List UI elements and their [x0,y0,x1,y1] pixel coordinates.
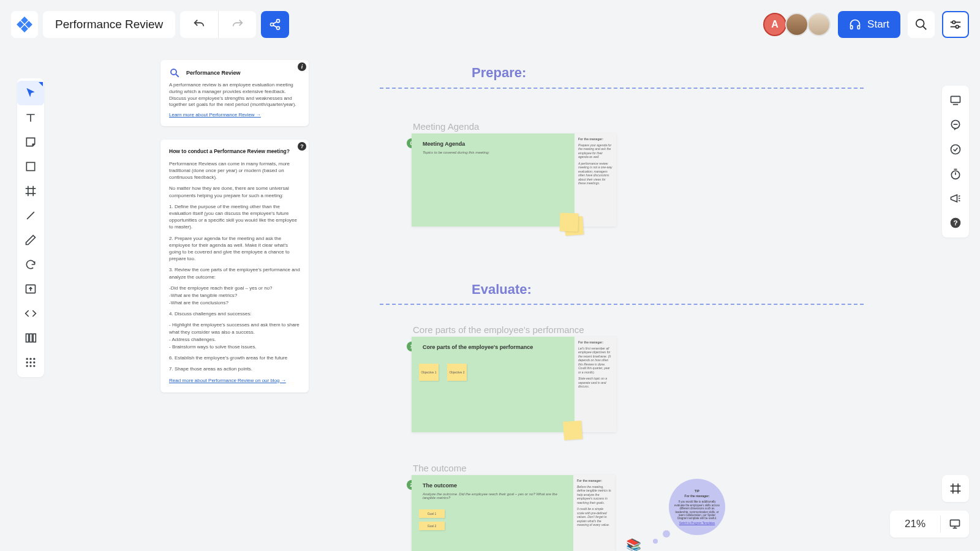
svg-rect-11 [851,26,853,29]
help-icon: ? [949,217,962,229]
sticky-note[interactable]: Goal 1 [419,509,445,518]
template-block-agenda[interactable]: 0 Meeting Agenda Topics to be covered du… [412,133,616,227]
tool-select[interactable] [17,81,44,105]
right-panel: ? [942,86,969,238]
tool-upload[interactable] [17,277,44,301]
presentation-button[interactable] [941,518,969,530]
card-body: A performance review is an employee eval… [169,82,300,108]
avatar[interactable] [785,13,809,36]
tasks-button[interactable] [942,137,969,162]
divider [380,304,864,305]
canvas[interactable]: i Performance Review A performance revie… [0,0,980,551]
blog-link[interactable]: Read more about Performance Review on ou… [169,378,286,383]
learn-more-link[interactable]: Learn more about Performance Review → [169,112,261,119]
info-icon: i [298,62,306,71]
svg-point-7 [271,23,274,26]
svg-line-10 [273,25,277,27]
block-label: The outcome [413,463,467,473]
cursor-icon [24,87,37,99]
info-card-overview[interactable]: i Performance Review A performance revie… [160,60,309,126]
zoom-level[interactable]: 21% [890,518,940,530]
megaphone-icon [949,192,962,204]
topbar: Performance Review A Start [0,11,980,38]
app-logo[interactable] [11,11,38,38]
announce-button[interactable] [942,186,969,211]
tool-code[interactable] [17,301,44,326]
comments-button[interactable] [942,113,969,137]
zoom-controls: 21% [890,511,969,538]
undo-redo-group [180,11,256,38]
svg-point-35 [26,365,28,367]
section-evaluate-title: Evaluate: [472,282,532,298]
comment-icon [949,119,962,131]
sliders-icon [949,18,962,31]
tool-pen[interactable] [17,228,44,252]
tool-cards[interactable] [17,326,44,350]
svg-point-0 [171,69,176,75]
sticky-note[interactable]: Objective 2 [447,364,467,381]
square-icon [24,160,37,173]
svg-point-31 [33,358,35,360]
sticky-icon [24,136,37,148]
avatar[interactable] [807,13,831,36]
tool-line[interactable] [17,203,44,228]
avatar[interactable]: A [763,13,786,36]
collaborators: A [764,13,831,36]
card-title: How to conduct a Performance Review meet… [169,148,300,156]
svg-line-14 [923,26,927,30]
search-button[interactable] [908,11,935,38]
svg-point-32 [26,361,28,363]
tool-text[interactable] [17,105,44,130]
start-button[interactable]: Start [838,11,900,38]
svg-rect-27 [29,334,32,342]
template-block-core[interactable]: 1 Core parts of the employee's performan… [412,337,616,432]
svg-point-8 [277,26,280,29]
grid-icon [24,356,37,369]
svg-rect-26 [26,334,29,342]
code-icon [24,307,37,320]
tool-sticky[interactable] [17,130,44,154]
svg-point-18 [956,25,959,28]
search-icon [169,67,180,78]
undo-icon [192,18,206,31]
block-label: Core parts of the employee's performance [413,324,584,335]
undo-button[interactable] [180,11,218,38]
tool-apps[interactable] [17,350,44,375]
tool-frame[interactable] [17,179,44,203]
board-title[interactable]: Performance Review [43,11,175,38]
info-card-howto[interactable]: ? How to conduct a Performance Review me… [160,140,309,392]
share-button[interactable] [261,11,289,38]
svg-rect-19 [26,162,34,170]
line-icon [24,209,37,222]
svg-rect-38 [951,96,960,102]
filter-button[interactable] [942,11,969,38]
tool-shape[interactable] [17,154,44,179]
sticky-note[interactable] [563,421,582,440]
frame-icon [24,185,37,197]
fit-frame-button[interactable] [942,475,969,502]
svg-point-17 [952,21,956,24]
svg-rect-28 [33,334,36,342]
redo-button[interactable] [218,11,256,38]
present-button[interactable] [942,88,969,113]
svg-point-30 [29,358,31,360]
svg-point-36 [29,365,31,367]
block-label: Meeting Agenda [413,121,479,132]
headphones-icon [849,18,861,31]
upload-icon [24,283,37,295]
help-button[interactable]: ? [942,211,969,235]
sticky-note[interactable] [559,212,578,231]
svg-text:?: ? [953,219,957,227]
svg-point-29 [26,358,28,360]
tip-bubble[interactable]: TIP For the manager: If you would like t… [669,479,725,535]
timer-button[interactable] [942,162,969,186]
svg-line-24 [27,212,34,219]
template-block-outcome[interactable]: 2 The outcome Analyze the outcome. Did t… [412,475,615,551]
sticky-note[interactable]: Objective 1 [419,364,439,381]
svg-point-34 [33,361,35,363]
svg-rect-52 [951,520,960,526]
tool-arrow-refresh[interactable] [17,252,44,277]
svg-point-42 [951,145,960,154]
sticky-note[interactable]: Goal 2 [419,522,445,530]
cards-icon [24,332,37,344]
